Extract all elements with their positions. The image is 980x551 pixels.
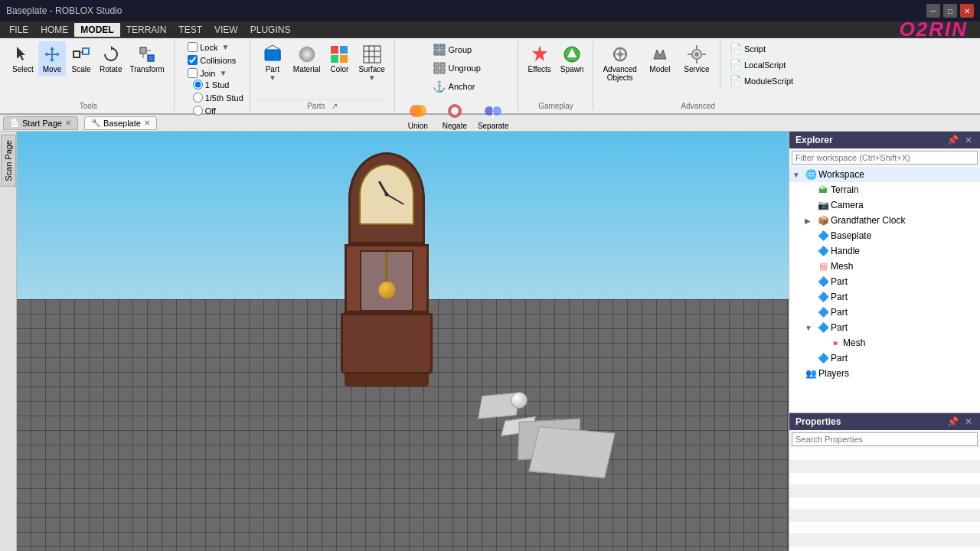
select-icon <box>12 44 34 65</box>
tree-item-camera[interactable]: 📷 Camera <box>789 197 980 213</box>
model-tool-button[interactable]: Model <box>643 41 677 76</box>
tree-item-terrain[interactable]: 🏔 Terrain <box>789 182 980 197</box>
transform-button[interactable]: Transform <box>126 41 167 76</box>
grandfather-clock-model <box>341 152 433 443</box>
menu-terrain[interactable]: TERRAIN <box>120 23 173 37</box>
script-button[interactable]: 📄 Script <box>727 41 796 56</box>
color-button[interactable]: Color <box>325 41 354 76</box>
surface-button[interactable]: Surface ▼ <box>355 41 387 84</box>
properties-close-button[interactable]: ✕ <box>963 416 974 427</box>
close-button[interactable]: ✕ <box>960 4 974 18</box>
menu-test[interactable]: TEST <box>172 23 208 37</box>
prop-row-7 <box>789 522 980 534</box>
move-button[interactable]: Move <box>38 41 66 76</box>
workspace-arrow[interactable]: ▼ <box>792 171 803 179</box>
menu-plugins[interactable]: PLUGINS <box>244 23 297 37</box>
spawn-button[interactable]: Spawn <box>557 41 587 76</box>
stud-fifth-radio[interactable]: 1/5th Stud <box>193 92 243 103</box>
tree-item-grandfather-clock[interactable]: ▶ 📦 Grandfather Clock <box>789 213 980 228</box>
tab-start-page[interactable]: 📄 Start Page ✕ <box>3 116 78 130</box>
explorer-tree: ▼ 🌐 Workspace 🏔 Terrain 📷 Camera <box>789 167 980 412</box>
part-expanded-arrow[interactable]: ▼ <box>805 324 815 332</box>
lock-checkbox[interactable]: Lock ▼ <box>188 41 229 53</box>
part-expanded-icon: 🔷 <box>817 321 829 334</box>
anchor-button[interactable]: ⚓ Anchor <box>430 78 484 95</box>
parts-group-label: Parts <box>307 102 325 110</box>
rotate-button[interactable]: Rotate <box>96 41 125 76</box>
scale-icon <box>70 44 92 65</box>
tree-item-handle[interactable]: 🔷 Handle <box>789 243 980 259</box>
negate-button[interactable]: Negate <box>438 98 472 132</box>
tree-item-players[interactable]: 👥 Players <box>789 366 980 381</box>
svg-point-44 <box>694 52 699 57</box>
group-button[interactable]: Group <box>430 41 484 58</box>
properties-search-input[interactable] <box>792 432 978 446</box>
part-icon <box>262 44 283 65</box>
modulescript-button[interactable]: 📄 ModuleScript <box>727 73 796 88</box>
advanced-objects-button[interactable]: AdvancedObjects <box>599 41 639 84</box>
tree-item-part3[interactable]: 🔷 Part <box>789 305 980 320</box>
explorer-lock-button[interactable]: 📌 <box>946 135 960 145</box>
viewport[interactable] <box>17 132 789 551</box>
modulescript-icon: 📄 <box>730 75 742 86</box>
tree-item-mesh2[interactable]: ● Mesh <box>789 335 980 350</box>
svg-rect-27 <box>440 63 445 67</box>
tree-item-part1[interactable]: 🔷 Part <box>789 274 980 289</box>
ribbon: Select Move <box>0 38 980 115</box>
tab-baseplate-close[interactable]: ✕ <box>144 119 150 127</box>
tab-baseplate[interactable]: 🔧 Baseplate ✕ <box>84 116 157 130</box>
menu-file[interactable]: FILE <box>3 23 34 37</box>
explorer-title: Explorer <box>795 135 833 145</box>
explorer-search-input[interactable] <box>792 151 978 165</box>
scale-button[interactable]: Scale <box>67 41 95 76</box>
stud-1-radio[interactable]: 1 Stud <box>193 79 230 90</box>
part1-icon: 🔷 <box>817 276 829 288</box>
separate-button[interactable]: Separate <box>475 98 512 132</box>
explorer-controls: 📌 ✕ <box>946 135 974 145</box>
material-button[interactable]: Material <box>290 41 324 76</box>
menu-model[interactable]: MODEL <box>74 23 119 37</box>
menu-view[interactable]: VIEW <box>208 23 244 37</box>
tree-item-part4[interactable]: 🔷 Part <box>789 350 980 366</box>
grandfather-clock-arrow[interactable]: ▶ <box>805 217 815 225</box>
properties-lock-button[interactable]: 📌 <box>946 416 960 427</box>
tree-item-baseplate[interactable]: 🔷 Baseplate <box>789 228 980 243</box>
properties-content <box>789 448 980 551</box>
tab-start-page-label: Start Page <box>22 119 62 128</box>
localscript-button[interactable]: 📄 LocalScript <box>727 57 796 72</box>
ungroup-button[interactable]: Ungroup <box>430 60 484 77</box>
tree-item-part-expanded[interactable]: ▼ 🔷 Part <box>789 320 980 335</box>
collisions-checkbox[interactable]: Collisions <box>188 54 236 66</box>
svg-point-33 <box>451 107 459 115</box>
tree-item-part2[interactable]: 🔷 Part <box>789 289 980 305</box>
svg-rect-1 <box>74 51 80 57</box>
expand-parts-icon[interactable]: ↗ <box>332 102 338 110</box>
join-checkbox[interactable]: Join ▼ <box>188 67 227 79</box>
svg-point-31 <box>414 105 426 117</box>
terrain-icon: 🏔 <box>817 184 829 196</box>
explorer-close-button[interactable]: ✕ <box>963 135 974 145</box>
tree-item-workspace[interactable]: ▼ 🌐 Workspace <box>789 167 980 182</box>
svg-marker-0 <box>17 47 25 60</box>
clock-feet <box>345 374 429 386</box>
minimize-button[interactable]: ─ <box>926 4 940 18</box>
scan-page-button[interactable]: Scan Page <box>1 135 16 187</box>
menu-home[interactable]: HOME <box>34 23 74 37</box>
select-button[interactable]: Select <box>9 41 37 76</box>
scene-object-4 <box>529 426 616 478</box>
effects-button[interactable]: Effects <box>524 41 554 76</box>
part-button[interactable]: Part ▼ <box>256 41 289 84</box>
mesh1-icon: ▦ <box>817 260 829 272</box>
titlebar: Baseplate - ROBLOX Studio ─ □ ✕ <box>0 0 980 21</box>
mesh2-icon: ● <box>829 337 841 349</box>
union-button[interactable]: Union <box>401 98 435 132</box>
svg-rect-6 <box>148 55 154 61</box>
maximize-button[interactable]: □ <box>943 4 957 18</box>
service-button[interactable]: Service <box>680 41 714 76</box>
tab-start-page-close[interactable]: ✕ <box>65 119 71 127</box>
union-icon <box>407 100 429 122</box>
tree-item-mesh1[interactable]: ▦ Mesh <box>789 259 980 274</box>
part3-icon: 🔷 <box>817 306 829 318</box>
svg-point-11 <box>299 47 315 62</box>
off-radio[interactable]: Off <box>193 105 216 116</box>
